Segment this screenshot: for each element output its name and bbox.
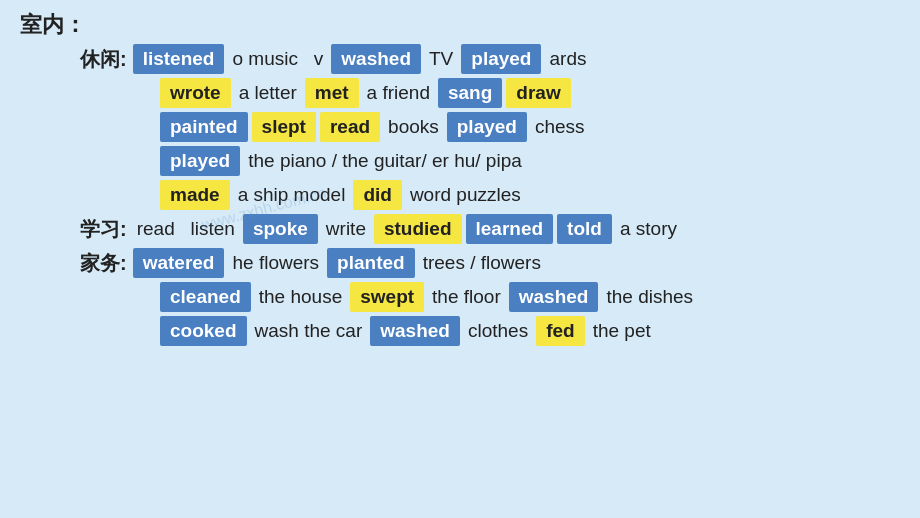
text-tv: TV bbox=[425, 46, 457, 72]
word-watered[interactable]: watered bbox=[133, 248, 225, 278]
chores-row-1: 家务: watered he flowers planted trees / f… bbox=[80, 248, 900, 278]
word-cooked[interactable]: cooked bbox=[160, 316, 247, 346]
word-cleaned[interactable]: cleaned bbox=[160, 282, 251, 312]
chores-row-3: cooked wash the car washed clothes fed t… bbox=[80, 316, 900, 346]
text-word-puzzles: word puzzles bbox=[406, 182, 525, 208]
word-played-1[interactable]: played bbox=[461, 44, 541, 74]
word-made[interactable]: made bbox=[160, 180, 230, 210]
text-clothes: clothes bbox=[464, 318, 532, 344]
text-wash-car: wash the car bbox=[251, 318, 367, 344]
word-learned[interactable]: learned bbox=[466, 214, 554, 244]
word-met[interactable]: met bbox=[305, 78, 359, 108]
word-fed[interactable]: fed bbox=[536, 316, 585, 346]
text-a-story: a story bbox=[616, 216, 681, 242]
leisure-row-3: painted slept read books played chess bbox=[80, 112, 900, 142]
study-section: 学习: read listen spoke write studied lear… bbox=[20, 214, 900, 244]
leisure-label: 休闲: bbox=[80, 46, 127, 73]
text-to-music: o music v bbox=[228, 46, 327, 72]
word-spoke[interactable]: spoke bbox=[243, 214, 318, 244]
leisure-row-2: wrote a letter met a friend sang draw bbox=[80, 78, 900, 108]
word-told[interactable]: told bbox=[557, 214, 612, 244]
main-page: 室内： 休闲: listened o music v washed TV pla… bbox=[0, 0, 920, 360]
text-a-friend: a friend bbox=[363, 80, 434, 106]
text-write: write bbox=[322, 216, 370, 242]
word-washed-3[interactable]: washed bbox=[370, 316, 460, 346]
study-row-1: 学习: read listen spoke write studied lear… bbox=[80, 214, 900, 244]
word-painted[interactable]: painted bbox=[160, 112, 248, 142]
chores-section: 家务: watered he flowers planted trees / f… bbox=[20, 248, 900, 346]
word-played-2[interactable]: played bbox=[447, 112, 527, 142]
word-slept[interactable]: slept bbox=[252, 112, 316, 142]
word-listened[interactable]: listened bbox=[133, 44, 225, 74]
text-trees-flowers: trees / flowers bbox=[419, 250, 545, 276]
word-swept[interactable]: swept bbox=[350, 282, 424, 312]
word-planted[interactable]: planted bbox=[327, 248, 415, 278]
word-washed-1[interactable]: washed bbox=[331, 44, 421, 74]
word-washed-2[interactable]: washed bbox=[509, 282, 599, 312]
word-read[interactable]: read bbox=[320, 112, 380, 142]
chores-label: 家务: bbox=[80, 250, 127, 277]
leisure-row-1: 休闲: listened o music v washed TV played … bbox=[80, 44, 900, 74]
text-a-letter: a letter bbox=[235, 80, 301, 106]
word-played-3[interactable]: played bbox=[160, 146, 240, 176]
text-the-dishes: the dishes bbox=[602, 284, 697, 310]
page-title: 室内： bbox=[20, 10, 900, 40]
text-the-pet: the pet bbox=[589, 318, 655, 344]
word-sang[interactable]: sang bbox=[438, 78, 502, 108]
leisure-row-4: played the piano / the guitar/ er hu/ pi… bbox=[80, 146, 900, 176]
text-read-listen: read listen bbox=[133, 216, 239, 242]
study-label: 学习: bbox=[80, 216, 127, 243]
word-did[interactable]: did bbox=[353, 180, 402, 210]
text-ship-model: a ship model bbox=[234, 182, 350, 208]
word-studied[interactable]: studied bbox=[374, 214, 462, 244]
text-he-flowers: he flowers bbox=[228, 250, 323, 276]
text-books: books bbox=[384, 114, 443, 140]
leisure-row-5: made a ship model did word puzzles bbox=[80, 180, 900, 210]
text-chess: chess bbox=[531, 114, 589, 140]
text-ards: ards bbox=[545, 46, 590, 72]
leisure-section: 休闲: listened o music v washed TV played … bbox=[20, 44, 900, 210]
text-the-floor: the floor bbox=[428, 284, 505, 310]
word-draw[interactable]: draw bbox=[506, 78, 570, 108]
chores-row-2: cleaned the house swept the floor washed… bbox=[80, 282, 900, 312]
text-the-house: the house bbox=[255, 284, 346, 310]
text-piano: the piano / the guitar/ er hu/ pipa bbox=[244, 148, 526, 174]
word-wrote[interactable]: wrote bbox=[160, 78, 231, 108]
